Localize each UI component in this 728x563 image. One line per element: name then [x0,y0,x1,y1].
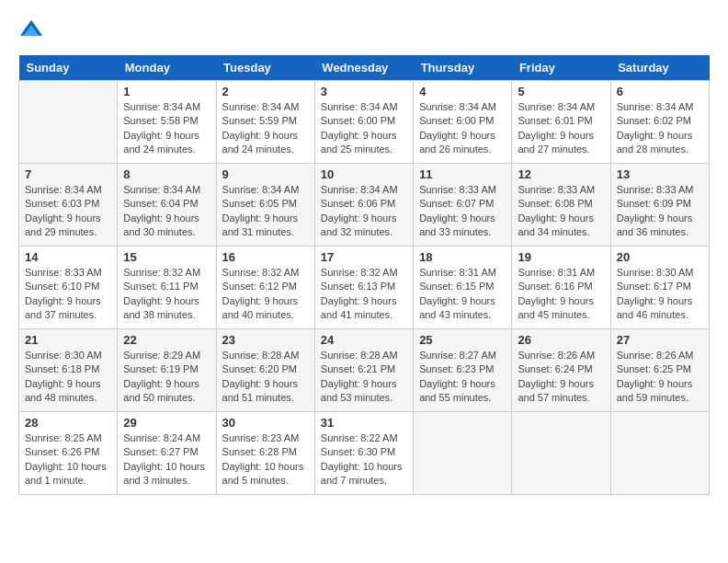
day-info: Sunrise: 8:34 AMSunset: 6:00 PMDaylight:… [419,100,506,157]
calendar-cell: 16Sunrise: 8:32 AMSunset: 6:12 PMDayligh… [216,247,314,329]
calendar-cell: 31Sunrise: 8:22 AMSunset: 6:30 PMDayligh… [314,412,413,495]
day-info: Sunrise: 8:22 AMSunset: 6:30 PMDaylight:… [321,431,407,488]
day-info: Sunrise: 8:33 AMSunset: 6:09 PMDaylight:… [617,183,703,240]
day-info: Sunrise: 8:34 AMSunset: 5:58 PMDaylight:… [123,100,210,157]
page-header [18,18,710,44]
day-number: 3 [321,85,407,98]
day-number: 1 [123,85,210,98]
day-info: Sunrise: 8:24 AMSunset: 6:27 PMDaylight:… [123,431,210,488]
calendar-cell [19,81,118,164]
calendar-week-row: 28Sunrise: 8:25 AMSunset: 6:26 PMDayligh… [19,412,710,495]
calendar-header-wednesday: Wednesday [314,55,413,81]
calendar-cell [512,412,610,495]
calendar-header-monday: Monday [118,55,216,81]
calendar-cell: 15Sunrise: 8:32 AMSunset: 6:11 PMDayligh… [118,247,216,329]
day-number: 19 [518,250,604,264]
calendar-cell [610,412,709,495]
calendar-header-sunday: Sunday [19,55,118,81]
day-number: 28 [25,416,111,430]
day-number: 22 [123,333,210,347]
calendar-cell: 29Sunrise: 8:24 AMSunset: 6:27 PMDayligh… [118,412,216,495]
calendar-cell: 6Sunrise: 8:34 AMSunset: 6:02 PMDaylight… [610,81,709,164]
day-info: Sunrise: 8:25 AMSunset: 6:26 PMDaylight:… [25,431,111,488]
day-number: 12 [518,167,604,181]
day-number: 8 [123,167,210,181]
day-number: 29 [123,416,210,430]
day-info: Sunrise: 8:27 AMSunset: 6:23 PMDaylight:… [419,349,506,406]
calendar-cell: 7Sunrise: 8:34 AMSunset: 6:03 PMDaylight… [19,164,118,247]
day-number: 27 [617,333,703,347]
day-number: 17 [321,250,407,264]
day-info: Sunrise: 8:34 AMSunset: 6:06 PMDaylight:… [321,183,407,240]
day-info: Sunrise: 8:31 AMSunset: 6:16 PMDaylight:… [518,266,604,323]
day-info: Sunrise: 8:32 AMSunset: 6:11 PMDaylight:… [123,266,210,323]
calendar-cell: 12Sunrise: 8:33 AMSunset: 6:08 PMDayligh… [512,164,610,247]
day-info: Sunrise: 8:34 AMSunset: 6:01 PMDaylight:… [518,100,604,157]
calendar-cell: 20Sunrise: 8:30 AMSunset: 6:17 PMDayligh… [610,247,709,329]
day-info: Sunrise: 8:33 AMSunset: 6:07 PMDaylight:… [419,183,506,240]
day-info: Sunrise: 8:26 AMSunset: 6:24 PMDaylight:… [518,349,604,406]
day-info: Sunrise: 8:30 AMSunset: 6:18 PMDaylight:… [25,349,111,406]
day-info: Sunrise: 8:33 AMSunset: 6:10 PMDaylight:… [25,266,111,323]
calendar-cell [414,412,512,495]
day-number: 9 [222,167,309,181]
day-number: 11 [419,167,506,181]
calendar-cell: 8Sunrise: 8:34 AMSunset: 6:04 PMDaylight… [118,164,216,247]
logo-icon [18,18,44,44]
calendar-week-row: 14Sunrise: 8:33 AMSunset: 6:10 PMDayligh… [19,247,710,329]
calendar-cell: 22Sunrise: 8:29 AMSunset: 6:19 PMDayligh… [118,329,216,412]
calendar-header-thursday: Thursday [414,55,512,81]
calendar-week-row: 21Sunrise: 8:30 AMSunset: 6:18 PMDayligh… [19,329,710,412]
day-number: 15 [123,250,210,264]
calendar-header-saturday: Saturday [610,55,709,81]
calendar-cell: 26Sunrise: 8:26 AMSunset: 6:24 PMDayligh… [512,329,610,412]
day-info: Sunrise: 8:28 AMSunset: 6:21 PMDaylight:… [321,349,407,406]
calendar-cell: 5Sunrise: 8:34 AMSunset: 6:01 PMDaylight… [512,81,610,164]
calendar-week-row: 1Sunrise: 8:34 AMSunset: 5:58 PMDaylight… [19,81,710,164]
calendar-cell: 11Sunrise: 8:33 AMSunset: 6:07 PMDayligh… [414,164,512,247]
calendar-cell: 10Sunrise: 8:34 AMSunset: 6:06 PMDayligh… [314,164,413,247]
calendar-cell: 9Sunrise: 8:34 AMSunset: 6:05 PMDaylight… [216,164,314,247]
calendar-cell: 1Sunrise: 8:34 AMSunset: 5:58 PMDaylight… [118,81,216,164]
day-number: 4 [419,85,506,98]
day-number: 30 [222,416,309,430]
day-number: 5 [518,85,604,98]
day-info: Sunrise: 8:34 AMSunset: 6:05 PMDaylight:… [222,183,309,240]
calendar-table: SundayMondayTuesdayWednesdayThursdayFrid… [18,55,710,495]
day-number: 10 [321,167,407,181]
calendar-cell: 24Sunrise: 8:28 AMSunset: 6:21 PMDayligh… [314,329,413,412]
calendar-cell: 18Sunrise: 8:31 AMSunset: 6:15 PMDayligh… [414,247,512,329]
calendar-cell: 19Sunrise: 8:31 AMSunset: 6:16 PMDayligh… [512,247,610,329]
calendar-cell: 23Sunrise: 8:28 AMSunset: 6:20 PMDayligh… [216,329,314,412]
calendar-cell: 25Sunrise: 8:27 AMSunset: 6:23 PMDayligh… [414,329,512,412]
day-info: Sunrise: 8:34 AMSunset: 6:00 PMDaylight:… [321,100,407,157]
day-info: Sunrise: 8:30 AMSunset: 6:17 PMDaylight:… [617,266,703,323]
day-info: Sunrise: 8:26 AMSunset: 6:25 PMDaylight:… [617,349,703,406]
day-info: Sunrise: 8:34 AMSunset: 6:04 PMDaylight:… [123,183,210,240]
day-info: Sunrise: 8:33 AMSunset: 6:08 PMDaylight:… [518,183,604,240]
day-number: 13 [617,167,703,181]
day-number: 31 [321,416,407,430]
day-info: Sunrise: 8:31 AMSunset: 6:15 PMDaylight:… [419,266,506,323]
day-number: 7 [25,167,111,181]
calendar-cell: 14Sunrise: 8:33 AMSunset: 6:10 PMDayligh… [19,247,118,329]
calendar-cell: 13Sunrise: 8:33 AMSunset: 6:09 PMDayligh… [610,164,709,247]
day-info: Sunrise: 8:34 AMSunset: 6:03 PMDaylight:… [25,183,111,240]
calendar-cell: 27Sunrise: 8:26 AMSunset: 6:25 PMDayligh… [610,329,709,412]
calendar-cell: 30Sunrise: 8:23 AMSunset: 6:28 PMDayligh… [216,412,314,495]
day-number: 16 [222,250,309,264]
day-number: 18 [419,250,506,264]
calendar-cell: 28Sunrise: 8:25 AMSunset: 6:26 PMDayligh… [19,412,118,495]
day-info: Sunrise: 8:29 AMSunset: 6:19 PMDaylight:… [123,349,210,406]
day-number: 20 [617,250,703,264]
calendar-header-row: SundayMondayTuesdayWednesdayThursdayFrid… [19,55,710,81]
day-number: 2 [222,85,309,98]
day-info: Sunrise: 8:34 AMSunset: 5:59 PMDaylight:… [222,100,309,157]
day-info: Sunrise: 8:28 AMSunset: 6:20 PMDaylight:… [222,349,309,406]
day-number: 25 [419,333,506,347]
day-info: Sunrise: 8:34 AMSunset: 6:02 PMDaylight:… [617,100,703,157]
day-info: Sunrise: 8:23 AMSunset: 6:28 PMDaylight:… [222,431,309,488]
calendar-cell: 2Sunrise: 8:34 AMSunset: 5:59 PMDaylight… [216,81,314,164]
calendar-cell: 4Sunrise: 8:34 AMSunset: 6:00 PMDaylight… [414,81,512,164]
day-info: Sunrise: 8:32 AMSunset: 6:12 PMDaylight:… [222,266,309,323]
